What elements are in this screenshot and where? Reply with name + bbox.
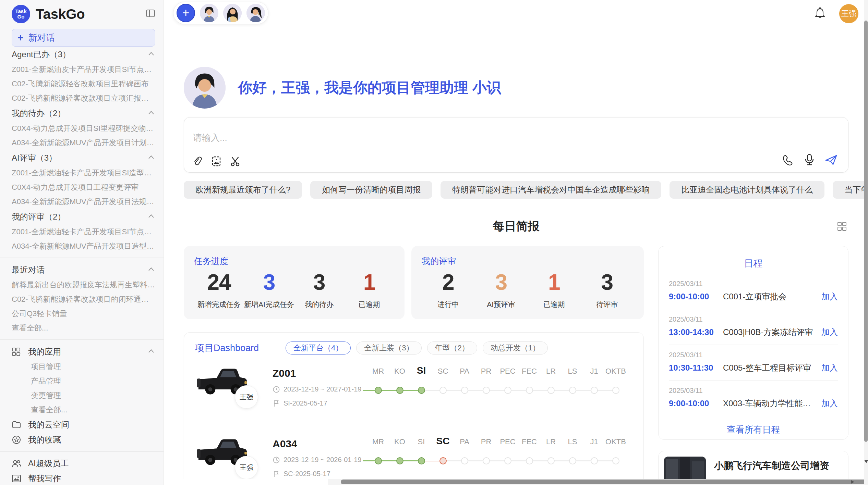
milestone-dot[interactable]	[591, 387, 598, 394]
sidebar-item[interactable]: 公司Q3轻卡销量	[12, 307, 155, 321]
milestone-dot[interactable]	[396, 457, 403, 464]
phone-call-icon[interactable]	[782, 154, 794, 166]
sidebar-item[interactable]: C02-飞腾新能源轻客改款项目立项汇报方案	[12, 91, 155, 105]
milestone-dot[interactable]	[612, 457, 619, 464]
chevron-up-icon[interactable]	[147, 153, 155, 163]
dashboard-tab[interactable]: 动总开发（1）	[483, 341, 548, 355]
horizontal-scrollbar[interactable]	[328, 479, 864, 485]
horizontal-scrollbar-thumb[interactable]	[341, 480, 868, 484]
stat-value: 3	[475, 270, 528, 295]
vertical-scrollbar-thumb[interactable]	[864, 21, 868, 442]
sidebar-app-item[interactable]: 变更管理	[12, 388, 155, 403]
join-meeting-link[interactable]: 加入	[821, 291, 838, 302]
chevron-up-icon[interactable]	[147, 212, 155, 222]
sidebar-item[interactable]: A034-全新新能源MUV产品开发项目造型可行性评审	[12, 239, 155, 253]
milestone-dot[interactable]	[396, 387, 403, 394]
suggestion-chip[interactable]: 特朗普可能对进口汽车增税会对中国车企造成哪些影响	[441, 181, 661, 199]
screenshot-icon[interactable]	[211, 156, 222, 167]
suggestion-chip[interactable]: 欧洲新规最近颁布了什么?	[184, 181, 302, 199]
send-icon[interactable]	[825, 154, 838, 166]
folder-icon	[12, 420, 21, 430]
milestone-dot[interactable]	[483, 387, 490, 394]
notification-bell-icon[interactable]	[815, 7, 825, 20]
join-meeting-link[interactable]: 加入	[821, 327, 838, 338]
sidebar-item-photo[interactable]: 帮我写作	[12, 471, 155, 485]
milestone-dot[interactable]	[504, 387, 511, 394]
dashboard-tab[interactable]: 全新平台（4）	[286, 341, 351, 355]
chevron-up-icon[interactable]	[147, 265, 155, 275]
scroll-down-arrow-icon[interactable]	[864, 460, 868, 463]
chevron-up-icon[interactable]	[147, 347, 155, 357]
sidebar-item-people[interactable]: AI超级员工	[12, 456, 155, 471]
scissors-icon[interactable]	[230, 156, 241, 167]
milestone-dot[interactable]	[461, 457, 468, 464]
milestone-dot[interactable]	[375, 457, 382, 464]
milestone-dot[interactable]	[547, 387, 555, 394]
milestone-dot[interactable]	[569, 457, 576, 464]
sidebar-item[interactable]: 解释最新出台的欧盟报废车法规再生塑料比例被调至15%...	[12, 278, 155, 292]
assistant-avatar-1[interactable]	[200, 4, 218, 22]
new-chat-button[interactable]: + 新对话	[12, 29, 155, 47]
microphone-icon[interactable]	[804, 154, 815, 166]
sidebar-item[interactable]: Z001-全新燃油轻卡产品开发项目SI节点属性5D文件评审	[12, 225, 155, 239]
milestone-dot[interactable]	[504, 457, 511, 464]
project-date-range: 2023-12-19 ~ 2027-01-19	[284, 385, 361, 393]
milestone-dot[interactable]	[526, 457, 533, 464]
milestone-dot[interactable]	[439, 387, 447, 394]
suggestion-chip[interactable]: 当下年轻人对汽车外观有怎样的喜好趋势	[833, 181, 864, 199]
paperclip-icon[interactable]	[192, 156, 203, 167]
milestone-dot[interactable]	[418, 457, 425, 464]
user-avatar[interactable]: 王强	[839, 4, 858, 23]
sidebar-item[interactable]: C0X4-动力总成开发项目SI里程碑提交物检查	[12, 121, 155, 136]
sidebar-item[interactable]: A034-全新新能源MUV产品开发项目法规符合性评审	[12, 195, 155, 209]
assistant-avatar-2[interactable]	[223, 4, 242, 22]
milestone-dot[interactable]	[612, 387, 619, 394]
dashboard-tab[interactable]: 全新上装（3）	[356, 341, 421, 355]
collapse-sidebar-icon[interactable]	[146, 9, 155, 19]
milestone-dot[interactable]	[439, 457, 447, 464]
sidebar-item[interactable]: A034-全新新能源MUV产品开发项目计划变更表编写	[12, 136, 155, 150]
join-meeting-link[interactable]: 加入	[821, 398, 838, 409]
suggestion-chip[interactable]: 如何写一份清晰的项目周报	[310, 181, 432, 199]
sidebar-item-my-apps[interactable]: 我的应用	[12, 344, 155, 360]
sidebar-item[interactable]: C0X4-动力总成开发项目工程变更评审	[12, 180, 155, 195]
chevron-up-icon[interactable]	[147, 50, 155, 59]
sidebar-item-star[interactable]: 我的收藏	[12, 432, 155, 447]
sidebar-app-item[interactable]: 项目管理	[12, 360, 155, 374]
sidebar-item[interactable]: 查看全部...	[12, 321, 155, 335]
sidebar-item[interactable]: Z001-全新燃油皮卡产品开发项目SI节点Lesson Learn报告	[12, 62, 155, 77]
join-meeting-link[interactable]: 加入	[821, 362, 838, 373]
sidebar-section-header[interactable]: Agent已办（3）	[12, 47, 155, 62]
add-conversation-button[interactable]: +	[177, 4, 195, 22]
sidebar-app-item[interactable]: 查看全部...	[12, 403, 155, 417]
milestone-dot[interactable]	[526, 387, 533, 394]
sidebar-link-label: 我的收藏	[28, 434, 61, 445]
suggestion-chip[interactable]: 比亚迪全固态电池计划具体说了什么	[670, 181, 824, 199]
milestone-dot[interactable]	[547, 457, 555, 464]
dashboard-tab[interactable]: 年型（2）	[427, 341, 477, 355]
sidebar-section-header[interactable]: 我的评审（2）	[12, 209, 155, 225]
view-all-schedule-link[interactable]: 查看所有日程	[669, 424, 838, 436]
milestone-dot[interactable]	[569, 387, 576, 394]
star-icon	[12, 435, 21, 445]
milestone-dot[interactable]	[375, 387, 382, 394]
sidebar-item[interactable]: C02-飞腾新能源轻客改款项目的闭环通告反馈情况	[12, 292, 155, 307]
sidebar-item-folder[interactable]: 我的云空间	[12, 417, 155, 432]
chevron-up-icon[interactable]	[147, 109, 155, 118]
assistant-avatar-3[interactable]	[246, 4, 265, 22]
sidebar-section-header[interactable]: 我的待办（2）	[12, 105, 155, 121]
sidebar-item[interactable]: Z001-全新燃油轻卡产品开发项目SI造型提交物评审	[12, 166, 155, 180]
milestone-dot[interactable]	[591, 457, 598, 464]
sidebar-section-header[interactable]: AI评审（3）	[12, 150, 155, 166]
sidebar-item[interactable]: C02-飞腾新能源轻客改款项目里程碑画布	[12, 77, 155, 91]
vertical-scrollbar[interactable]	[864, 0, 868, 485]
sidebar-app-item[interactable]: 产品管理	[12, 374, 155, 388]
scroll-right-arrow-icon[interactable]	[851, 480, 854, 484]
sidebar-section-header[interactable]: 最近对话	[12, 262, 155, 278]
milestone-dot[interactable]	[461, 387, 468, 394]
milestone-dot[interactable]	[418, 387, 425, 394]
chat-input-card[interactable]: 请输入...	[184, 117, 848, 173]
briefing-layout-icon[interactable]	[837, 221, 847, 233]
milestone-dot[interactable]	[483, 457, 490, 464]
news-card[interactable]: 小鹏飞行汽车制造公司增资 天眼查 App 显示，近日广州汇天飞行汽...	[658, 451, 848, 479]
